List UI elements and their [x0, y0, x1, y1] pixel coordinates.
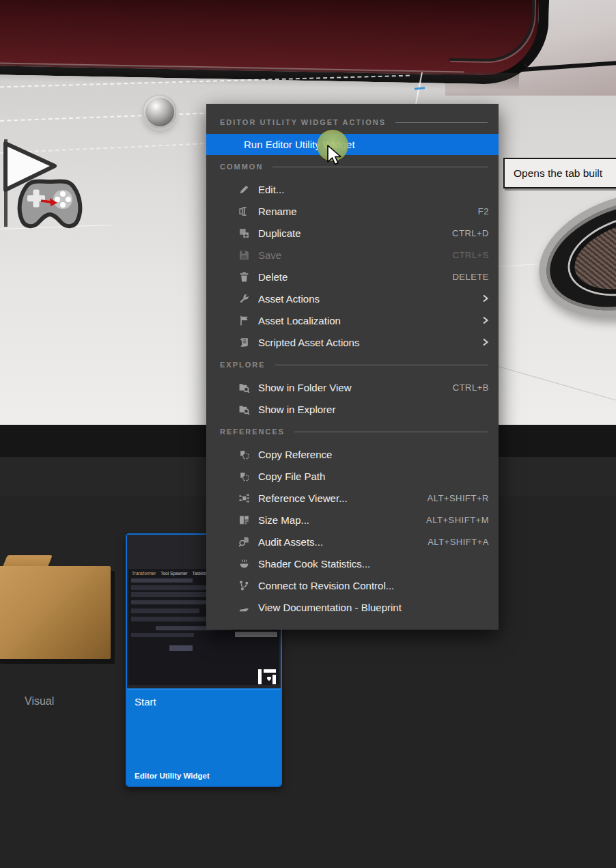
menu-item-label: Delete [258, 271, 288, 283]
menu-section-0: EDITOR UTILITY WIDGET ACTIONSRun Editor … [206, 111, 499, 155]
menu-item-edit[interactable]: Edit... [206, 178, 499, 200]
menu-item-shader-cook-statistics[interactable]: Shader Cook Statistics... [206, 552, 499, 574]
scroll-icon [238, 336, 250, 348]
menu-section-divider [272, 167, 488, 167]
menu-section-label: EDITOR UTILITY WIDGET ACTIONS [220, 118, 386, 126]
folder-search-icon [238, 381, 250, 393]
menu-item-connect-to-revision-control[interactable]: Connect to Revision Control... [206, 574, 499, 596]
trash-icon [238, 270, 250, 283]
menu-item-label: Edit... [258, 184, 284, 195]
screen: { "menu": { "sections": [ { "label": "ED… [0, 0, 616, 868]
book-icon [238, 601, 250, 613]
folder-icon [0, 566, 111, 659]
menu-item-label: Show in Folder View [258, 382, 351, 393]
thumbnail-tab: Transformer [132, 571, 156, 576]
tooltip-text: Opens the tab built [514, 167, 602, 180]
context-menu: EDITOR UTILITY WIDGET ACTIONSRun Editor … [206, 104, 499, 630]
menu-item-shortcut: DELETE [452, 272, 489, 282]
menu-item-view-documentation[interactable]: View Documentation - Blueprint [206, 596, 499, 618]
menu-item-shortcut: CTRL+B [453, 382, 489, 393]
menu-item-duplicate[interactable]: DuplicateCTRL+D [206, 222, 499, 244]
menu-item-label: Asset Actions [258, 293, 320, 305]
menu-item-label: Audit Assets... [258, 536, 323, 548]
menu-item-label: Duplicate [258, 227, 301, 239]
menu-item-label: Shader Cook Statistics... [258, 558, 370, 570]
coffee-cup-icon [238, 557, 250, 570]
asset-name: Start [135, 696, 273, 708]
menu-item-shortcut: ALT+SHIFT+A [428, 537, 489, 547]
menu-item-reference-viewer[interactable]: Reference Viewer...ALT+SHIFT+R [206, 487, 499, 509]
menu-item-show-in-explorer[interactable]: Show in Explorer [206, 398, 499, 420]
menu-item-audit-assets[interactable]: Audit Assets...ALT+SHIFT+A [206, 531, 499, 552]
wrench-icon [238, 292, 250, 305]
player-start-billboard[interactable] [0, 137, 102, 236]
menu-item-label: Save [258, 249, 281, 261]
thumb-ui-bar [131, 608, 199, 613]
rename-icon [238, 205, 250, 217]
editor-utility-widget-icon [257, 669, 277, 685]
tooltip: Opens the tab built [503, 158, 616, 188]
revision-control-icon [238, 579, 250, 591]
menu-item-shortcut: ALT+SHIFT+R [427, 493, 489, 503]
menu-item-scripted-asset-actions[interactable]: Scripted Asset Actions [206, 331, 499, 353]
menu-section-label: EXPLORE [220, 361, 266, 369]
copy-icon [238, 470, 250, 482]
menu-section-1: COMMONEdit...RenameF2DuplicateCTRL+DSave… [206, 155, 499, 353]
menu-item-shortcut: F2 [478, 206, 489, 216]
chrome-sphere-actor[interactable] [142, 94, 178, 130]
thumb-ui-bar [169, 645, 193, 651]
menu-section-divider [395, 122, 488, 123]
thumb-ui-bar [131, 592, 213, 597]
speaker-actor[interactable] [524, 171, 616, 339]
duplicate-icon [238, 227, 250, 239]
speaker-cone [561, 202, 616, 307]
menu-item-copy-reference[interactable]: Copy Reference [206, 443, 499, 465]
folder-name[interactable]: Visual [25, 695, 54, 708]
menu-item-label: Size Map... [258, 514, 309, 526]
asset-type-label: Editor Utility Widget [135, 772, 273, 780]
menu-item-label: Show in Explorer [258, 404, 335, 415]
menu-item-label: Reference Viewer... [258, 492, 348, 504]
menu-item-label: Asset Localization [258, 315, 341, 326]
flag-icon [238, 314, 250, 326]
copy-icon [238, 448, 250, 460]
asset-tile-footer: Start Editor Utility Widget [127, 688, 281, 785]
menu-section-header: REFERENCES [206, 420, 499, 443]
menu-item-copy-file-path[interactable]: Copy File Path [206, 465, 499, 487]
menu-section-2: EXPLOREShow in Folder ViewCTRL+BShow in … [206, 353, 499, 420]
menu-item-size-map[interactable]: Size Map...ALT+SHIFT+M [206, 509, 499, 531]
menu-item-label: Copy File Path [258, 471, 325, 482]
menu-section-header: EXPLORE [206, 353, 499, 376]
folder-search-icon [238, 403, 250, 415]
menu-item-shortcut: CTRL+D [452, 228, 489, 238]
menu-section-divider [294, 432, 488, 432]
menu-section-label: COMMON [220, 163, 263, 171]
menu-item-delete[interactable]: DeleteDELETE [206, 266, 499, 288]
menu-item-label: View Documentation - Blueprint [258, 602, 402, 613]
size-map-icon [238, 514, 250, 526]
save-icon [238, 249, 250, 261]
audit-icon [238, 535, 250, 548]
menu-item-label: Connect to Revision Control... [258, 580, 394, 591]
chevron-right-icon [481, 338, 489, 346]
menu-item-asset-actions[interactable]: Asset Actions [206, 288, 499, 309]
menu-section-3: REFERENCESCopy ReferenceCopy File PathRe… [206, 420, 499, 618]
menu-item-label: Copy Reference [258, 449, 332, 460]
menu-item-run-editor-utility-widget[interactable]: Run Editor Utility Widget [206, 134, 499, 155]
menu-item-asset-localization[interactable]: Asset Localization [206, 309, 499, 331]
menu-item-show-in-folder-view[interactable]: Show in Folder ViewCTRL+B [206, 376, 499, 398]
menu-item-label: Rename [258, 206, 297, 217]
gamepad-icon [20, 181, 81, 226]
thumb-ui-bar [131, 633, 194, 637]
reference-graph-icon [238, 492, 250, 504]
menu-section-header: COMMON [206, 155, 499, 178]
menu-item-rename[interactable]: RenameF2 [206, 200, 499, 222]
menu-item-save[interactable]: SaveCTRL+S [206, 244, 499, 266]
folder-item-visual[interactable] [0, 555, 112, 663]
selection-marker [415, 87, 425, 90]
thumb-ui-bar [131, 578, 193, 583]
pencil-icon [238, 183, 250, 195]
menu-item-shortcut: ALT+SHIFT+M [426, 515, 489, 525]
menu-item-label: Scripted Asset Actions [258, 337, 359, 348]
menu-item-shortcut: CTRL+S [453, 250, 489, 260]
